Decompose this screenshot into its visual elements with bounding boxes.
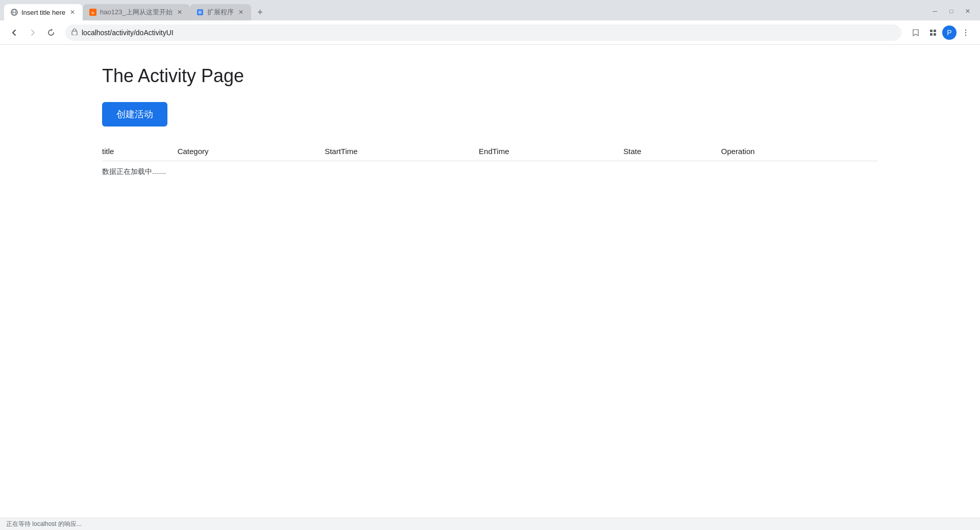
activity-table: title Category StartTime EndTime State O… bbox=[102, 142, 878, 183]
nav-bar: localhost/activity/doActivityUI P bbox=[0, 20, 980, 45]
tab-1-title: Insert title here bbox=[21, 9, 65, 16]
bookmark-button[interactable] bbox=[908, 24, 924, 41]
page-content: The Activity Page 创建活动 title Category St… bbox=[0, 45, 980, 518]
svg-rect-9 bbox=[934, 30, 936, 32]
tab-3-title: 扩展程序 bbox=[207, 8, 234, 17]
loading-text: 数据正在加载中....... bbox=[102, 161, 878, 183]
tab-bar: Insert title here ✕ h hao123_上网从这里开始 ✕ ⊕ bbox=[0, 0, 980, 20]
new-tab-button[interactable]: + bbox=[253, 5, 267, 19]
window-controls: ─ □ ✕ bbox=[927, 4, 976, 20]
svg-point-14 bbox=[965, 34, 966, 35]
svg-rect-7 bbox=[72, 31, 77, 35]
tab-hao123[interactable]: h hao123_上网从这里开始 ✕ bbox=[83, 4, 190, 20]
create-activity-button[interactable]: 创建活动 bbox=[102, 102, 167, 127]
extensions-button[interactable] bbox=[925, 24, 941, 41]
nav-right-buttons: P bbox=[908, 24, 974, 41]
svg-text:h: h bbox=[92, 11, 94, 15]
tab-1-close[interactable]: ✕ bbox=[68, 8, 77, 16]
svg-text:⊕: ⊕ bbox=[198, 10, 202, 15]
col-header-endtime: EndTime bbox=[479, 142, 623, 161]
tab-extensions[interactable]: ⊕ 扩展程序 ✕ bbox=[190, 4, 251, 20]
svg-point-12 bbox=[965, 29, 966, 30]
reload-button[interactable] bbox=[43, 24, 59, 41]
minimize-button[interactable]: ─ bbox=[927, 4, 943, 18]
menu-button[interactable] bbox=[958, 24, 974, 41]
page-title: The Activity Page bbox=[102, 65, 878, 87]
address-bar[interactable]: localhost/activity/doActivityUI bbox=[65, 24, 901, 41]
svg-rect-10 bbox=[930, 33, 933, 36]
forward-button[interactable] bbox=[24, 24, 41, 41]
svg-point-13 bbox=[965, 32, 966, 33]
tab-3-close[interactable]: ✕ bbox=[237, 8, 245, 16]
col-header-starttime: StartTime bbox=[325, 142, 479, 161]
table-header-row: title Category StartTime EndTime State O… bbox=[102, 142, 878, 161]
browser-window: Insert title here ✕ h hao123_上网从这里开始 ✕ ⊕ bbox=[0, 0, 980, 530]
tab-2-close[interactable]: ✕ bbox=[176, 8, 184, 16]
tab-hao123-icon: h bbox=[89, 8, 97, 16]
col-header-title: title bbox=[102, 142, 178, 161]
status-bar: 正在等待 localhost 的响应... bbox=[0, 518, 980, 530]
svg-rect-11 bbox=[934, 33, 936, 36]
tab-insert-title[interactable]: Insert title here ✕ bbox=[4, 4, 83, 20]
col-header-category: Category bbox=[178, 142, 325, 161]
table-loading-row: 数据正在加载中....... bbox=[102, 161, 878, 183]
back-button[interactable] bbox=[6, 24, 22, 41]
svg-rect-8 bbox=[930, 30, 933, 32]
col-header-operation: Operation bbox=[721, 142, 878, 161]
col-header-state: State bbox=[623, 142, 721, 161]
address-text: localhost/activity/doActivityUI bbox=[82, 29, 895, 37]
tab-2-title: hao123_上网从这里开始 bbox=[100, 8, 173, 17]
tab-extension-icon: ⊕ bbox=[196, 8, 204, 16]
maximize-button[interactable]: □ bbox=[943, 4, 960, 18]
close-button[interactable]: ✕ bbox=[960, 4, 976, 18]
tab-globe-icon bbox=[10, 8, 18, 16]
lock-icon bbox=[71, 28, 78, 37]
profile-avatar[interactable]: P bbox=[942, 26, 957, 40]
status-text: 正在等待 localhost 的响应... bbox=[6, 520, 82, 528]
